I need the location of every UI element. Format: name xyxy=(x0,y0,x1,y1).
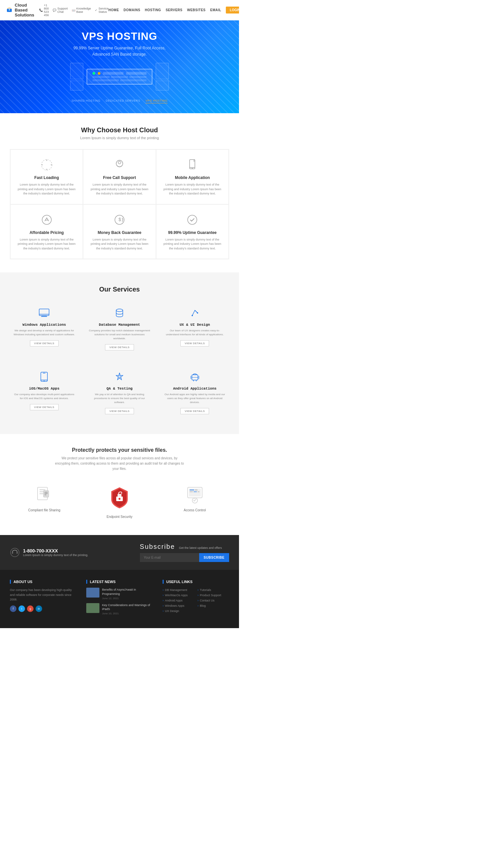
footer-phone-text: 1-800-700-XXXX Lorem Ipsum is simply dum… xyxy=(23,548,88,557)
service-ux: UX & UI Design Our team of UX designers … xyxy=(160,300,229,357)
footer-phone-area: 1-800-700-XXXX Lorem Ipsum is simply dum… xyxy=(10,548,88,557)
call-support-icon xyxy=(112,158,127,172)
svg-rect-55 xyxy=(190,491,193,492)
link-contact-us[interactable]: Contact Us xyxy=(198,598,229,603)
mobile-app-title: Mobile Application xyxy=(163,175,222,180)
login-button[interactable]: LOGIN xyxy=(226,7,239,13)
tab-shared-hosting[interactable]: SHARED HOSTING xyxy=(71,99,100,103)
footer-news-title: LATEST NEWS xyxy=(86,580,153,584)
fast-loading-title: Fast Loading xyxy=(17,175,76,180)
svg-rect-44 xyxy=(44,492,48,493)
call-support-desc: Lorem Ipsum is simply dummy text of the … xyxy=(90,183,149,196)
tab-dedicated-servers[interactable]: DEDICATED SERVERS xyxy=(106,99,140,103)
footer-top: 1-800-700-XXXX Lorem Ipsum is simply dum… xyxy=(0,535,239,570)
news-thumb-1 xyxy=(86,588,99,597)
mobile-app-icon xyxy=(185,158,200,172)
news-thumb-2 xyxy=(86,603,99,613)
svg-rect-40 xyxy=(39,489,46,490)
uptime-icon xyxy=(185,213,200,227)
service-info: ✓ Service Status xyxy=(95,7,108,13)
service-ios-desc: Our company also develops multi-point ap… xyxy=(13,393,76,400)
service-qa-title: QA & Testing xyxy=(89,386,151,391)
link-tutorials[interactable]: Tutorials xyxy=(198,588,229,592)
service-qa-btn[interactable]: VIEW DETAILS xyxy=(105,408,133,414)
svg-rect-53 xyxy=(190,489,194,491)
svg-rect-47 xyxy=(118,494,121,497)
social-icons: f t g in xyxy=(10,606,77,612)
service-database-desc: Company provides top notch database mana… xyxy=(89,329,151,341)
service-windows-title: Windows Applications xyxy=(13,323,76,327)
service-windows-desc: We design and develop a variety of appli… xyxy=(13,329,76,337)
fast-loading-desc: Lorem Ipsum is simply dummy text of the … xyxy=(17,183,76,196)
why-choose-subtitle: Lorem Ipsum is simply dummy text of the … xyxy=(10,136,229,140)
protect-access-control: Access Control xyxy=(160,482,229,522)
footer-subscribe-area: Subscribe Get the latest updates and off… xyxy=(140,543,229,562)
svg-point-14 xyxy=(42,215,51,224)
hero-section: VPS HOSTING 99.99% Server Uptime Guarant… xyxy=(0,21,239,113)
services-grid: Windows Applications We design and devel… xyxy=(10,300,229,421)
subscribe-email-input[interactable] xyxy=(140,553,199,562)
svg-point-38 xyxy=(196,374,197,374)
subscribe-text: Subscribe Get the latest updates and off… xyxy=(140,543,229,562)
nav-websites[interactable]: WEBSITES xyxy=(187,8,205,12)
link-blog[interactable]: Blog xyxy=(198,603,229,608)
header: Cloud Based Solutions 📞 +1 800 523 456 💬… xyxy=(0,0,239,21)
footer-phone-number: 1-800-700-XXXX xyxy=(23,548,88,553)
subscribe-tagline: Get the latest updates and offers xyxy=(179,546,222,550)
nav-servers[interactable]: SERVERS xyxy=(166,8,182,12)
main-nav: HOME DOMAINS HOSTING SERVERS WEBSITES EM… xyxy=(108,7,239,13)
service-android-title: Android Applications xyxy=(163,386,226,391)
useful-links-grid: DB Management Tutorials Win/MacOs Apps P… xyxy=(162,588,229,613)
protect-subtitle: We protect your sensitive files across a… xyxy=(54,456,185,471)
service-ux-desc: Our team of UX designers creates easy-to… xyxy=(163,329,226,337)
svg-rect-42 xyxy=(39,493,43,494)
facebook-icon[interactable]: f xyxy=(10,606,17,612)
nav-domains[interactable]: DOMAINS xyxy=(123,8,140,12)
logo-area: Cloud Based Solutions xyxy=(7,3,39,18)
link-android-apps[interactable]: Android Apps xyxy=(162,598,194,603)
knowledge-info: 📖 Knowledge Base xyxy=(72,7,91,13)
feature-pricing: Affordable Pricing Lorem Ipsum is simply… xyxy=(10,204,83,259)
hero-subtitle: 99.99% Server Uptime Guarantee, Full Roo… xyxy=(73,45,166,58)
service-qa: QA & Testing We pay a lot of attention t… xyxy=(85,364,154,421)
svg-rect-54 xyxy=(195,489,198,491)
pricing-title: Affordable Pricing xyxy=(17,230,76,235)
footer-about-text: Our company has been developing high-qua… xyxy=(10,588,77,602)
service-database-title: Database Management xyxy=(89,323,151,327)
nav-hosting[interactable]: HOSTING xyxy=(145,8,161,12)
money-back-desc: Lorem Ipsum is simply dummy text of the … xyxy=(90,238,149,251)
access-control-icon xyxy=(185,485,205,504)
logo-text: Cloud Based Solutions xyxy=(15,3,39,18)
nav-home[interactable]: HOME xyxy=(108,8,119,12)
link-ux-design[interactable]: UX Design xyxy=(162,609,194,613)
ios-icon xyxy=(37,370,51,383)
features-grid: Fast Loading Lorem Ipsum is simply dummy… xyxy=(10,149,229,259)
linkedin-icon[interactable]: in xyxy=(35,606,42,612)
service-android-btn[interactable]: VIEW DETAILS xyxy=(180,408,209,414)
footer-about-col: ABOUT US Our company has been developing… xyxy=(10,580,77,618)
google-plus-icon[interactable]: g xyxy=(27,606,34,612)
hero-server-image xyxy=(70,63,169,91)
pricing-desc: Lorem Ipsum is simply dummy text of the … xyxy=(17,238,76,251)
service-ux-btn[interactable]: VIEW DETAILS xyxy=(180,340,209,346)
service-ios-btn[interactable]: VIEW DETAILS xyxy=(30,404,59,410)
feature-call-support: Free Call Support Lorem Ipsum is simply … xyxy=(83,149,156,204)
endpoint-label: Endpoint Security xyxy=(89,515,151,519)
subscribe-button[interactable]: SUBSCRIBE xyxy=(199,553,229,562)
svg-point-37 xyxy=(193,374,194,374)
link-windows-apps[interactable]: Windows Apps xyxy=(162,603,194,608)
svg-point-30 xyxy=(119,376,120,378)
service-database-btn[interactable]: VIEW DETAILS xyxy=(105,344,133,350)
svg-text:$: $ xyxy=(119,217,121,222)
twitter-icon[interactable]: t xyxy=(19,606,25,612)
android-icon xyxy=(188,370,202,383)
link-db-management[interactable]: DB Management xyxy=(162,588,194,592)
tab-vps-hosting[interactable]: VPS HOSTING xyxy=(146,99,168,103)
link-product-support[interactable]: Product Support xyxy=(198,593,229,597)
service-windows-btn[interactable]: VIEW DETAILS xyxy=(30,340,59,346)
nav-email[interactable]: EMAIL xyxy=(210,8,221,12)
footer-links-col: USEFUL LINKS DB Management Tutorials Win… xyxy=(162,580,229,618)
svg-rect-19 xyxy=(39,309,49,315)
link-win-mac-apps[interactable]: Win/MacOs Apps xyxy=(162,593,194,597)
pricing-icon xyxy=(39,213,54,227)
